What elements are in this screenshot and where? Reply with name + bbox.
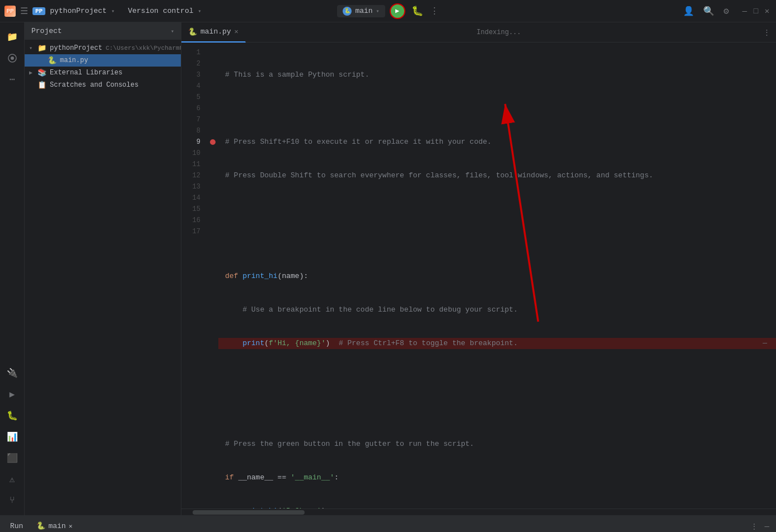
code-line-14: print_hi('PyCharm'): [225, 506, 769, 509]
sidebar-icon-plugins[interactable]: 🔌: [2, 363, 22, 383]
debug-button[interactable]: 🐛: [410, 3, 426, 19]
tab-close-mainpy[interactable]: ✕: [235, 27, 239, 36]
run-config-name: main: [355, 7, 372, 15]
tree-icon-pythonproject: 📁: [37, 43, 47, 53]
line-num-11: 11: [181, 159, 207, 170]
project-tree: ▾ 📁 pythonProject C:\Users\xkk\PycharmPr…: [25, 40, 181, 515]
more-options-button[interactable]: ⋮: [430, 6, 439, 17]
code-line-5: [225, 204, 769, 215]
bp-slot-16: [207, 215, 218, 226]
line-num-14: 14: [181, 192, 207, 204]
project-dropdown-arrow[interactable]: ▾: [111, 8, 115, 15]
bp-slot-2: [207, 58, 218, 69]
tree-item-mainpy[interactable]: 🐍 main.py: [25, 54, 181, 67]
bp-slot-13: [207, 181, 218, 192]
sidebar-icon-more[interactable]: ⋯: [2, 69, 22, 90]
project-panel-title: Project: [31, 27, 171, 35]
search-icon[interactable]: 🔍: [701, 3, 717, 19]
sidebar-icons: 📁 ⋯ 🔌 ▶ 🐛 📊 ⬛ ⚠ ⑂: [0, 22, 25, 515]
code-content[interactable]: # This is a sample Python script. # Pres…: [218, 43, 776, 509]
bottom-tab-main[interactable]: 🐍 main ✕: [31, 516, 78, 532]
tree-path-pythonproject: C:\Users\xkk\PycharmProjects\pythonProje…: [106, 45, 181, 51]
breakpoint-dot: [210, 139, 216, 145]
hamburger-menu[interactable]: ☰: [20, 6, 28, 17]
bottom-tab-main-close[interactable]: ✕: [69, 522, 73, 530]
line-num-7: 7: [181, 114, 207, 125]
indexing-badge: Indexing...: [476, 29, 521, 36]
line-num-10: 10: [181, 148, 207, 159]
bottom-actions: ⋮ —: [748, 520, 772, 533]
collab-icon[interactable]: 👤: [681, 3, 696, 19]
bp-slot-9[interactable]: [207, 136, 218, 148]
line-num-15: 15: [181, 204, 207, 215]
window-controls: — □ ✕: [740, 7, 772, 16]
maximize-button[interactable]: □: [751, 7, 760, 16]
titlebar: PP ☰ PP pythonProject ▾ Version control …: [0, 0, 776, 22]
line-num-8: 8: [181, 125, 207, 136]
line-num-3: 3: [181, 69, 207, 81]
project-name[interactable]: pythonProject: [50, 7, 106, 15]
bottom-tab-main-icon: 🐍: [36, 521, 45, 530]
minimize-button[interactable]: —: [740, 7, 749, 16]
bottom-action-minimize[interactable]: —: [763, 520, 772, 533]
editor-tabs: 🐍 main.py ✕ Indexing... ⋮: [181, 22, 776, 43]
breakpoint-gutter: [207, 43, 218, 509]
sidebar-icon-run2[interactable]: ▶: [2, 384, 22, 404]
editor-area: 🐍 main.py ✕ Indexing... ⋮ 1 2 3 4 5 6 7 …: [181, 22, 776, 515]
sidebar-icon-problems[interactable]: ⚠: [2, 469, 22, 489]
sidebar-icon-debug2[interactable]: 🐛: [2, 406, 22, 426]
tree-icon-extlibs: 📚: [37, 68, 47, 78]
close-button[interactable]: ✕: [763, 7, 772, 16]
project-panel: Project ▾ ▾ 📁 pythonProject C:\Users\xkk…: [25, 22, 181, 515]
tree-icon-mainpy: 🐍: [47, 55, 57, 65]
run-button[interactable]: ▶: [390, 3, 405, 19]
bottom-tabs: Run 🐍 main ✕ ⋮ —: [0, 516, 776, 532]
sidebar-icon-git[interactable]: [2, 48, 22, 68]
sidebar-icon-git2[interactable]: ⑂: [2, 491, 22, 511]
code-line-3: # Press Shift+F10 to execute it or repla…: [225, 136, 769, 148]
sidebar-icon-folder[interactable]: 📁: [2, 27, 22, 47]
app-icon: PP: [4, 6, 16, 17]
bp-slot-10: [207, 148, 218, 159]
tree-item-scratches[interactable]: 📋 Scratches and Consoles: [25, 79, 181, 91]
vcs-dropdown-arrow[interactable]: ▾: [198, 8, 202, 15]
tree-item-extlibs[interactable]: ▶ 📚 External Libraries: [25, 67, 181, 79]
line-num-5: 5: [181, 92, 207, 103]
code-line-8: # Use a breakpoint in the code line belo…: [225, 304, 769, 316]
tree-label-extlibs: External Libraries: [50, 69, 123, 77]
tab-more-button[interactable]: ⋮: [758, 28, 776, 37]
bp-slot-12: [207, 170, 218, 181]
bp-slot-3: [207, 69, 218, 81]
line-num-9: 9: [181, 136, 207, 148]
version-control[interactable]: Version control: [128, 7, 193, 15]
run-config-arrow[interactable]: ▾: [376, 8, 380, 15]
code-editor[interactable]: 1 2 3 4 5 6 7 8 9 10 11 12 13 14 15 16 1…: [181, 43, 776, 509]
tab-mainpy[interactable]: 🐍 main.py ✕: [181, 22, 246, 43]
line-num-6: 6: [181, 103, 207, 114]
line-num-13: 13: [181, 181, 207, 192]
project-panel-arrow[interactable]: ▾: [171, 28, 174, 35]
tree-label-pythonproject: pythonProject: [50, 44, 102, 52]
scrollbar-thumb[interactable]: [193, 510, 305, 515]
sidebar-icon-terminal[interactable]: ⬛: [2, 448, 22, 468]
tree-item-pythonproject[interactable]: ▾ 📁 pythonProject C:\Users\xkk\PycharmPr…: [25, 42, 181, 54]
run-icon: ▶: [395, 7, 399, 15]
bottom-tab-main-label: main: [48, 522, 66, 530]
bp-slot-11: [207, 159, 218, 170]
bottom-tab-run[interactable]: Run: [4, 516, 29, 532]
code-line-11: [225, 405, 769, 416]
run-config-icon: 🐍: [343, 7, 352, 16]
horizontal-scrollbar[interactable]: [181, 509, 776, 515]
tree-icon-scratches: 📋: [37, 80, 47, 90]
sidebar-icon-profiler[interactable]: 📊: [2, 427, 22, 447]
settings-icon[interactable]: ⚙: [721, 3, 731, 19]
run-config[interactable]: 🐍 main ▾: [337, 5, 385, 17]
bottom-action-more[interactable]: ⋮: [748, 520, 760, 533]
line-num-2: 2: [181, 58, 207, 69]
separator: [119, 7, 124, 15]
line-num-17: 17: [181, 226, 207, 237]
line-num-1: 1: [181, 47, 207, 58]
bp-slot-5: [207, 92, 218, 103]
code-line-7: def print_hi(name):: [225, 271, 769, 282]
code-line-9: print(f'Hi, {name}') # Press Ctrl+F8 to …: [218, 338, 776, 349]
